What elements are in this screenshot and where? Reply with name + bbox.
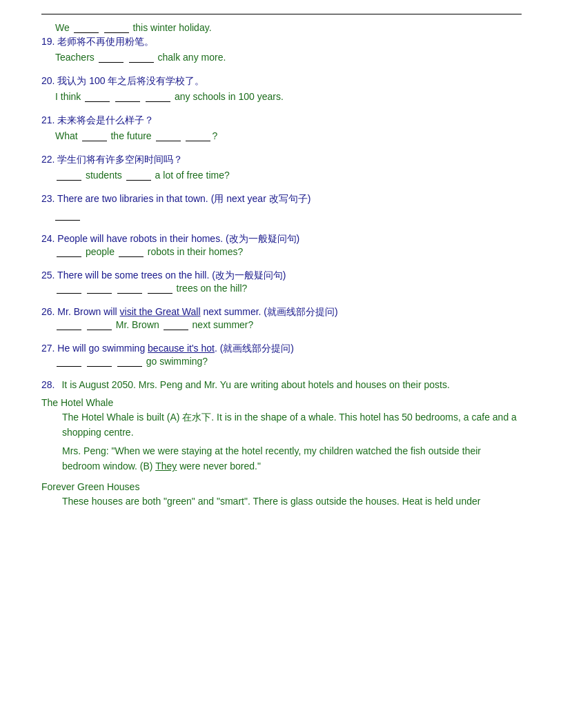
blank-24-2 [119,245,144,257]
green-body: These houses are both "green" and "smart… [62,494,522,509]
item-22: 22. 学生们将有许多空闲时间吗？ students a lot of free… [41,154,522,181]
blank-22-2 [126,169,151,181]
item-23: 23. There are two libraries in that town… [41,193,522,221]
blank-20-2 [115,90,140,102]
blank-19-1 [99,51,124,63]
item-26: 26. Mr. Brown will visit the Great Wall … [41,306,522,330]
item-21-en: What the future ? [55,130,522,141]
blank-25-2 [87,282,112,294]
blank-22-1 [57,169,81,181]
blank-26-1 [57,318,81,330]
passage-green: Forever Green Houses These houses are bo… [41,481,522,509]
blank-25-4 [148,282,172,294]
item-19-en: Teachers chalk any more. [55,51,522,63]
blank-we-2 [104,21,129,33]
item-26-instruction: 26. Mr. Brown will visit the Great Wall … [41,306,522,318]
item-21: 21. 未来将会是什么样子？ What the future ? [41,114,522,141]
item-25: 25. There will be some trees on the hill… [41,270,522,294]
blank-24-1 [57,245,81,257]
item-25-en: trees on the hill? [55,282,522,294]
item-22-en: students a lot of free time? [55,169,522,181]
hotel-title: The Hotel Whale [41,397,522,408]
blank-we-1 [74,21,99,33]
blank-19-2 [129,51,154,63]
item-22-cn: 22. 学生们将有许多空闲时间吗？ [41,154,522,166]
item-20-cn: 20. 我认为 100 年之后将没有学校了。 [41,75,522,88]
item-25-instruction: 25. There will be some trees on the hill… [41,270,522,282]
blank-20-1 [85,90,110,102]
green-title: Forever Green Houses [41,481,522,492]
blank-23 [55,210,80,221]
blank-25-3 [117,282,142,294]
item-24-instruction: 24. People will have robots in their hom… [41,233,522,245]
item-21-cn: 21. 未来将会是什么样子？ [41,114,522,127]
blank-21-3 [186,130,210,141]
we-line: We this winter holiday. [55,21,522,33]
item-27: 27. He will go swimming because it's hot… [41,343,522,367]
blank-26-3 [164,318,188,330]
item-26-en: Mr. Brown next summer? [55,318,522,330]
item-28: 28. It is August 2050. Mrs. Peng and Mr.… [41,379,522,509]
blank-26-2 [87,318,112,330]
blank-21-1 [82,130,107,141]
blank-27-3 [117,355,142,367]
item-24: 24. People will have robots in their hom… [41,233,522,257]
item-20: 20. 我认为 100 年之后将没有学校了。 I think any schoo… [41,75,522,102]
item-23-instruction: 23. There are two libraries in that town… [41,193,522,205]
item-27-en: go swimming? [55,355,522,367]
blank-20-3 [146,90,170,102]
item-19-cn: 19. 老师将不再使用粉笔。 [41,36,522,48]
item-19: 19. 老师将不再使用粉笔。 Teachers chalk any more. [41,36,522,63]
item-27-instruction: 27. He will go swimming because it's hot… [41,343,522,355]
passage-hotel: The Hotel Whale The Hotel Whale is built… [41,397,522,474]
top-divider [41,14,522,14]
hotel-body-1: The Hotel Whale is built (A) 在水下. It is … [62,410,522,441]
item-28-intro-line: 28. It is August 2050. Mrs. Peng and Mr.… [41,379,522,390]
blank-25-1 [57,282,81,294]
hotel-body-2: Mrs. Peng: "When we were staying at the … [62,443,522,474]
item-20-en: I think any schools in 100 years. [55,90,522,102]
item-28-intro: It is August 2050. Mrs. Peng and Mr. Yu … [61,379,449,390]
blank-27-1 [57,355,81,367]
blank-21-2 [156,130,181,141]
item-24-en: people robots in their homes? [55,245,522,257]
blank-27-2 [87,355,112,367]
